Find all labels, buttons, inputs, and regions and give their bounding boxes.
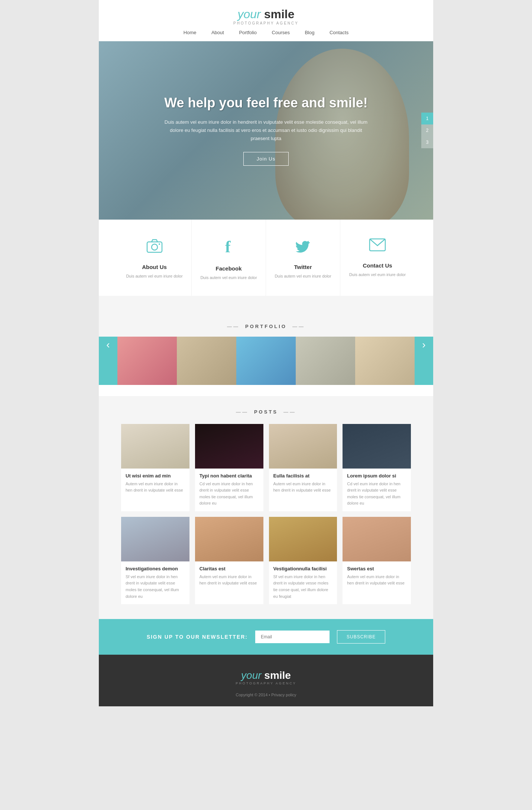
hero-section: We help you feel free and smile! Duis au… (99, 41, 433, 220)
logo-your: your (238, 7, 261, 21)
footer-logo: your smile PHOTOGRAPHY AGENCY (106, 670, 426, 685)
main-nav: Home About Portfolio Courses Blog Contac… (99, 29, 433, 36)
svg-point-2 (159, 243, 160, 245)
feature-contact-title: Contact Us (348, 262, 407, 269)
posts-grid: Ut wisi enim ad min Autem vel eum iriure… (114, 424, 418, 605)
post-text-1: Autem vel eum iriure dolor in hen drerit… (126, 481, 185, 494)
post-text-5: Sf vel eum iriure dolor in hen drerit in… (126, 574, 185, 600)
header: your smile PHOTOGRAPHY AGENCY Home About… (99, 0, 433, 41)
feature-facebook-desc: Duis autem vel eum iriure dolor (199, 275, 258, 281)
portfolio-thumb-2[interactable] (177, 337, 236, 385)
feature-about-desc: Duis autem vel eum iriure dolor (125, 273, 184, 279)
post-image-3 (269, 424, 337, 469)
hero-content: We help you feel free and smile! Duis au… (155, 88, 377, 173)
hero-join-button[interactable]: Join Us (243, 152, 289, 166)
portfolio-next-button[interactable]: › (415, 337, 433, 353)
slide-indicator-1[interactable]: 1 (421, 113, 433, 124)
portfolio-thumb-4[interactable] (296, 337, 355, 385)
slide-indicator-2[interactable]: 2 (421, 124, 433, 136)
features-section: About Us Duis autem vel eum iriure dolor… (99, 220, 433, 296)
slide-indicator-3[interactable]: 3 (421, 136, 433, 148)
nav-home[interactable]: Home (184, 30, 197, 35)
portfolio-title: PORTFOLIO (106, 324, 426, 329)
hero-description: Duis autem vel eum iriure dolor in hendr… (162, 118, 370, 143)
post-image-7 (269, 517, 337, 561)
feature-contact-desc: Duis autem vel eum iriure dolor (348, 272, 407, 278)
feature-twitter-desc: Duis autem vel eum iriure dolor (273, 273, 332, 279)
post-card-2: Typi non habent clarita Cd vel eum iriur… (195, 424, 263, 511)
nav-about[interactable]: About (211, 30, 224, 35)
post-card-3: Eulla facilisis at Autem vel eum iriure … (269, 424, 337, 511)
feature-twitter-title: Twitter (273, 264, 332, 270)
post-image-8 (343, 517, 411, 561)
post-text-3: Autem vel eum iriure dolor in hen drerit… (273, 481, 333, 494)
svg-rect-0 (147, 242, 162, 252)
footer-logo-smile: smile (264, 670, 291, 681)
portfolio-thumb-1[interactable] (117, 337, 177, 385)
newsletter-subscribe-button[interactable]: subscribe (337, 630, 385, 644)
post-card-8: Swertas est Autem vel eum iriure dolor i… (343, 517, 411, 604)
post-text-6: Autem vel eum iriure dolor in hen drerit… (200, 574, 259, 587)
newsletter-label: SIGN UP TO OUR NEWSLETTER: (147, 634, 248, 640)
twitter-icon (273, 238, 332, 256)
site-logo: your smile PHOTOGRAPHY AGENCY (99, 7, 433, 25)
post-title-2: Typi non habent clarita (200, 473, 259, 479)
nav-courses[interactable]: Courses (272, 30, 290, 35)
feature-facebook: f Facebook Duis autem vel eum iriure dol… (192, 220, 266, 296)
posts-header: POSTS (99, 396, 433, 424)
logo-smile: smile (264, 7, 295, 21)
nav-blog[interactable]: Blog (305, 30, 314, 35)
nav-portfolio[interactable]: Portfolio (239, 30, 257, 35)
post-text-4: Cd vel eum iriure dolor in hen drerit in… (347, 481, 406, 507)
portfolio-strip (117, 337, 415, 385)
post-text-8: Autem vel eum iriure dolor in hen drerit… (347, 574, 406, 587)
post-card-4: Lorem ipsum dolor si Cd vel eum iriure d… (343, 424, 411, 511)
nav-contacts[interactable]: Contacts (330, 30, 348, 35)
post-image-6 (195, 517, 263, 561)
facebook-icon: f (199, 238, 258, 258)
post-card-5: Investigationes demon Sf vel eum iriure … (121, 517, 189, 604)
logo-tagline: PHOTOGRAPHY AGENCY (99, 21, 433, 25)
posts-section: POSTS Ut wisi enim ad min Autem vel eum … (99, 396, 433, 619)
slide-indicators: 1 2 3 (421, 113, 433, 148)
post-image-5 (121, 517, 189, 561)
post-title-8: Swertas est (347, 566, 406, 571)
post-title-3: Eulla facilisis at (273, 473, 333, 479)
footer: your smile PHOTOGRAPHY AGENCY Copyright … (99, 655, 433, 706)
footer-copyright: Copyright © 2014 • Privacy policy (106, 693, 426, 697)
footer-logo-tagline: PHOTOGRAPHY AGENCY (106, 681, 426, 685)
svg-point-1 (152, 244, 158, 250)
portfolio-thumb-3[interactable] (236, 337, 296, 385)
post-card-7: Vestigationnulla facilisi Sf vel eum iri… (269, 517, 337, 604)
feature-contact: Contact Us Duis autem vel eum iriure dol… (340, 220, 415, 296)
newsletter-section: SIGN UP TO OUR NEWSLETTER: subscribe (99, 619, 433, 655)
post-text-2: Cd vel eum iriure dolor in hen drerit in… (200, 481, 259, 507)
svg-text:f: f (225, 238, 231, 255)
feature-twitter: Twitter Duis autem vel eum iriure dolor (266, 220, 340, 296)
newsletter-email-input[interactable] (255, 631, 330, 643)
post-text-7: Sf vel eum iriure dolor in hen drerit in… (273, 574, 333, 600)
post-image-4 (343, 424, 411, 469)
post-title-1: Ut wisi enim ad min (126, 473, 185, 479)
feature-about: About Us Duis autem vel eum iriure dolor (117, 220, 192, 296)
camera-icon (125, 238, 184, 256)
post-card-6: Claritas est Autem vel eum iriure dolor … (195, 517, 263, 604)
footer-logo-your: your (241, 670, 261, 681)
mail-icon (348, 238, 407, 255)
post-title-7: Vestigationnulla facilisi (273, 566, 333, 571)
hero-title: We help you feel free and smile! (162, 95, 370, 111)
feature-facebook-title: Facebook (199, 265, 258, 272)
posts-title: POSTS (99, 409, 433, 415)
portfolio-thumb-5[interactable] (355, 337, 415, 385)
post-title-4: Lorem ipsum dolor si (347, 473, 406, 479)
portfolio-prev-button[interactable]: ‹ (99, 337, 117, 353)
post-image-2 (195, 424, 263, 469)
post-image-1 (121, 424, 189, 469)
portfolio-section: PORTFOLIO ‹ › (99, 296, 433, 385)
post-title-6: Claritas est (200, 566, 259, 571)
post-title-5: Investigationes demon (126, 566, 185, 571)
feature-about-title: About Us (125, 264, 184, 270)
post-card-1: Ut wisi enim ad min Autem vel eum iriure… (121, 424, 189, 511)
